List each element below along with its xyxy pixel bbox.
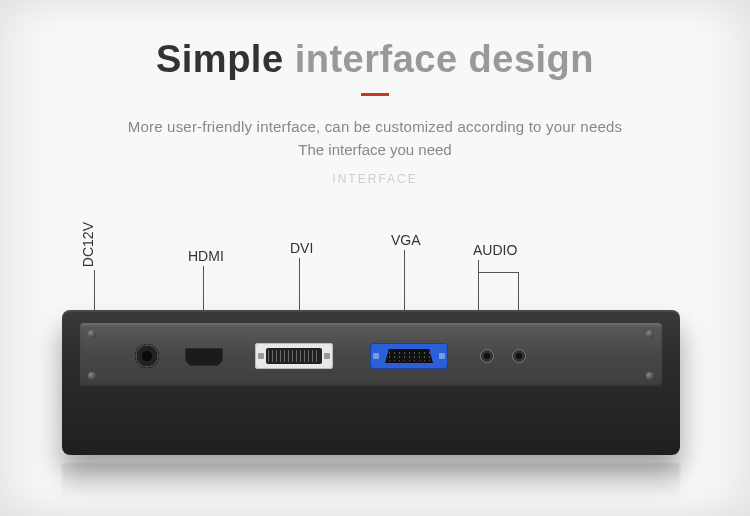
port-dc12v [135,344,159,368]
screw-icon [646,330,654,338]
label-audio: AUDIO [473,242,517,258]
leader-audio-stem [478,260,479,272]
leader-audio-h [478,272,518,273]
label-dc12v: DC12V [80,222,96,267]
screw-icon [646,372,654,380]
device-reflection [62,463,680,503]
screw-icon [88,372,96,380]
label-hdmi: HDMI [188,248,224,264]
headline-dark: Simple [156,38,284,80]
screw-icon [88,330,96,338]
watermark-text: INTERFACE [0,172,750,186]
subheading-line1: More user-friendly interface, can be cus… [0,118,750,135]
headline-light: interface design [295,38,594,80]
accent-underline [361,93,389,96]
label-vga: VGA [391,232,421,248]
port-audio-2 [512,349,526,363]
port-vga [370,343,448,369]
port-audio-1 [480,349,494,363]
port-dvi [255,343,333,369]
port-hdmi [185,348,223,366]
headline: Simple interface design [0,0,750,81]
interface-diagram: DC12V HDMI DVI VGA AUDIO [0,210,750,510]
label-dvi: DVI [290,240,313,256]
subheading-line2: The interface you need [0,141,750,158]
